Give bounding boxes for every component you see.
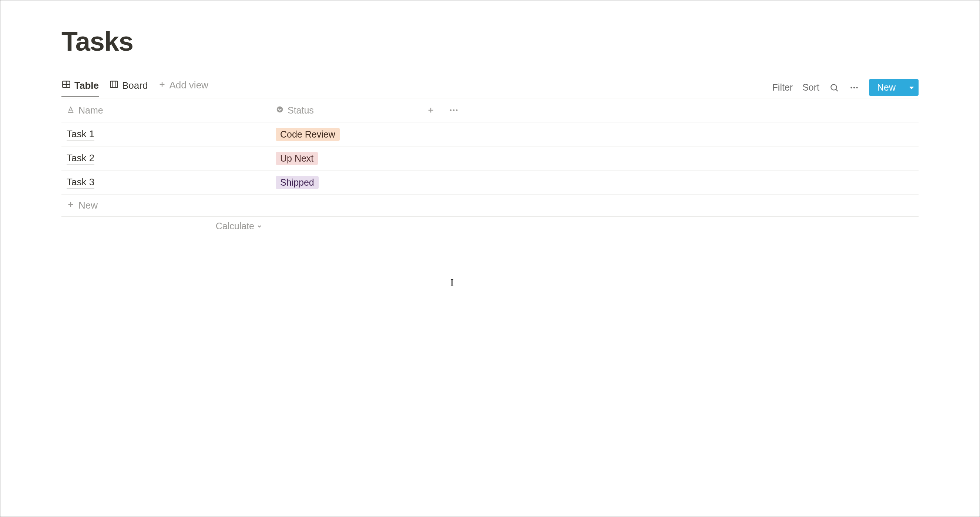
svg-point-11 [853, 87, 855, 88]
svg-point-19 [453, 109, 455, 111]
calculate-button[interactable]: Calculate [61, 221, 269, 232]
svg-point-12 [856, 87, 858, 88]
column-header-status[interactable]: Status [269, 98, 418, 122]
database-table: Name Status [61, 98, 919, 235]
calculate-label: Calculate [216, 221, 254, 232]
svg-point-20 [456, 109, 458, 111]
cell-name[interactable]: Task 1 [61, 122, 269, 146]
column-more-button[interactable] [449, 105, 459, 116]
column-header-name[interactable]: Name [61, 98, 269, 122]
svg-point-18 [450, 109, 452, 111]
text-property-icon [67, 105, 75, 116]
status-tag: Shipped [276, 176, 319, 189]
chevron-down-icon [256, 221, 262, 232]
filter-button[interactable]: Filter [772, 82, 793, 93]
status-tag: Code Review [276, 128, 340, 141]
tab-board[interactable]: Board [109, 79, 148, 96]
table-header-row: Name Status [61, 98, 919, 122]
search-icon[interactable] [829, 82, 839, 93]
views-toolbar: Table Board Add view [61, 77, 919, 98]
more-icon[interactable] [849, 82, 859, 93]
new-row-label: New [78, 200, 98, 211]
select-property-icon [276, 105, 284, 116]
table-row[interactable]: Task 2 Up Next [61, 146, 919, 170]
add-view-button[interactable]: Add view [158, 79, 208, 95]
tab-board-label: Board [122, 80, 148, 91]
tab-table[interactable]: Table [61, 79, 99, 96]
svg-line-9 [836, 89, 838, 91]
svg-point-10 [851, 87, 852, 88]
text-cursor-icon: I [450, 277, 454, 288]
add-view-label: Add view [169, 79, 208, 91]
column-status-label: Status [288, 105, 314, 116]
svg-point-15 [277, 106, 283, 113]
add-column-button[interactable] [426, 105, 436, 116]
status-tag: Up Next [276, 152, 318, 165]
new-dropdown-button[interactable] [904, 79, 919, 96]
svg-point-8 [831, 84, 837, 90]
cell-status[interactable]: Shipped [269, 170, 418, 194]
table-row[interactable]: Task 3 Shipped [61, 170, 919, 195]
page-title: Tasks [61, 26, 919, 57]
plus-icon [158, 79, 166, 91]
table-icon [61, 79, 71, 92]
plus-icon [67, 200, 75, 211]
sort-button[interactable]: Sort [802, 82, 819, 93]
tab-table-label: Table [75, 80, 99, 91]
cell-name[interactable]: Task 2 [61, 146, 269, 170]
cell-status[interactable]: Up Next [269, 146, 418, 170]
board-icon [109, 79, 119, 92]
column-name-label: Name [78, 105, 103, 116]
svg-rect-3 [110, 81, 118, 87]
cell-status[interactable]: Code Review [269, 122, 418, 146]
new-button[interactable]: New [869, 79, 904, 96]
cell-name[interactable]: Task 3 [61, 170, 269, 194]
table-row[interactable]: Task 1 Code Review [61, 122, 919, 146]
new-row-button[interactable]: New [61, 195, 919, 217]
